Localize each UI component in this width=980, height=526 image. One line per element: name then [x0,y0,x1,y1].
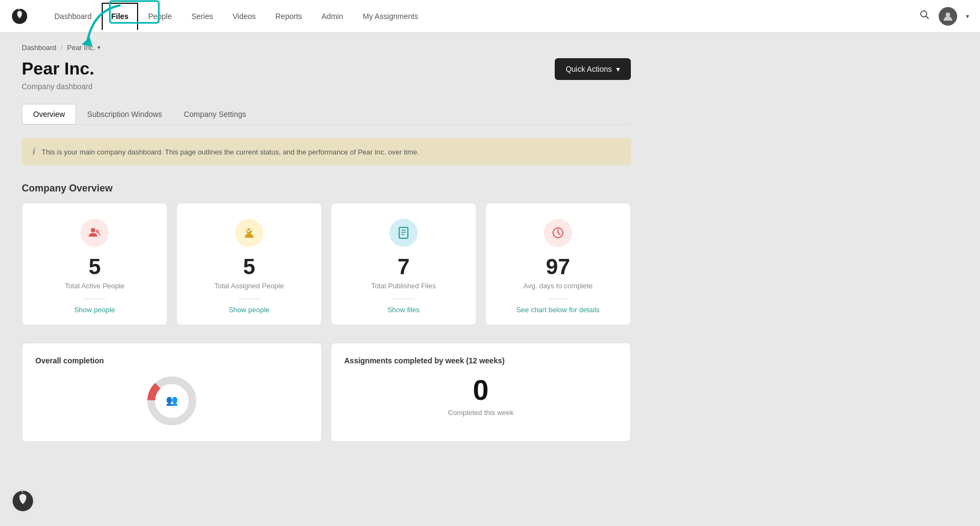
nav-items: Dashboard Files People Series Videos Rep… [45,0,919,33]
chart-card-overall-completion: Overall completion 👥 [22,343,322,442]
nav-item-videos[interactable]: Videos [223,0,266,33]
stat-divider [393,299,414,299]
breadcrumb-current[interactable]: Pear Inc. ▾ [67,44,101,52]
active-people-number: 5 [89,256,101,277]
published-files-link[interactable]: Show files [387,306,419,314]
nav-right: ▾ [919,7,969,26]
nav-item-files[interactable]: Files [102,3,139,30]
nav-item-admin[interactable]: Admin [312,0,353,33]
tabs: Overview Subscription Windows Company Se… [22,104,631,125]
top-nav: Dashboard Files People Series Videos Rep… [0,0,980,33]
breadcrumb: Dashboard / Pear Inc. ▾ [22,44,631,52]
assigned-people-label: Total Assigned People [214,282,284,290]
avg-days-number: 97 [546,256,570,277]
stat-divider [84,299,106,299]
svg-text:👥: 👥 [166,394,178,406]
content-area: Dashboard / Pear Inc. ▾ Pear Inc. Compan… [0,33,653,463]
page-subtitle: Company dashboard [22,82,94,91]
svg-line-16 [558,233,560,234]
active-people-label: Total Active People [65,282,125,290]
nav-item-my-assignments[interactable]: My Assignments [353,0,428,33]
chart-title-overall-completion: Overall completion [35,356,308,365]
tab-overview[interactable]: Overview [22,104,76,125]
active-people-icon [80,219,109,247]
user-dropdown-arrow[interactable]: ▾ [966,13,969,20]
assigned-people-icon [235,219,263,247]
stat-divider [547,299,569,299]
stat-cards: 5 Total Active People Show people 5 Tota… [22,203,631,325]
page-header: Pear Inc. Company dashboard Quick Action… [22,58,631,91]
chevron-down-icon: ▾ [97,44,101,51]
nav-item-series[interactable]: Series [182,0,223,33]
info-icon: i [33,147,35,157]
breadcrumb-separator: / [61,44,63,52]
stat-card-avg-days: 97 Avg. days to complete See chart below… [485,203,631,325]
active-people-link[interactable]: Show people [74,306,115,314]
stat-divider [238,299,260,299]
stat-card-assigned-people: 5 Total Assigned People Show people [176,203,322,325]
nav-item-people[interactable]: People [138,0,182,33]
assigned-people-link[interactable]: Show people [228,306,269,314]
quick-actions-button[interactable]: Quick Actions ▾ [555,58,631,80]
chart-card-assignments-by-week: Assignments completed by week (12 weeks)… [331,343,631,442]
svg-rect-10 [399,227,408,238]
donut-chart: 👥 [35,374,308,428]
search-icon[interactable] [919,9,930,23]
nav-item-reports[interactable]: Reports [265,0,312,33]
svg-point-8 [96,230,99,233]
app-logo [11,8,28,25]
assignments-by-week-number: 0 [344,374,617,406]
page-header-left: Pear Inc. Company dashboard [22,58,94,91]
svg-point-7 [91,228,95,232]
avatar[interactable] [939,7,957,26]
chart-title-assignments-by-week: Assignments completed by week (12 weeks) [344,356,617,365]
published-files-number: 7 [398,256,410,277]
assignments-by-week-subtitle: Completed this week [344,409,617,417]
bottom-charts: Overall completion 👥 Assignments complet… [22,343,631,442]
info-banner-text: This is your main company dashboard. Thi… [41,148,419,156]
svg-point-4 [946,13,950,17]
nav-item-dashboard[interactable]: Dashboard [45,0,102,33]
chevron-down-icon: ▾ [616,65,620,73]
svg-line-3 [926,16,929,19]
section-title-company-overview: Company Overview [22,183,631,194]
avg-days-label: Avg. days to complete [523,282,593,290]
avg-days-icon [544,219,572,247]
stat-card-published-files: 7 Total Published Files Show files [331,203,476,325]
stat-card-active-people: 5 Total Active People Show people [22,203,168,325]
page-title: Pear Inc. [22,58,94,79]
assigned-people-number: 5 [243,256,255,277]
info-banner: i This is your main company dashboard. T… [22,138,631,165]
published-files-label: Total Published Files [371,282,436,290]
published-files-icon [389,219,418,247]
avg-days-link[interactable]: See chart below for details [516,306,599,314]
tab-company-settings[interactable]: Company Settings [173,104,257,124]
tab-subscription-windows[interactable]: Subscription Windows [76,104,173,124]
breadcrumb-dashboard[interactable]: Dashboard [22,44,57,52]
